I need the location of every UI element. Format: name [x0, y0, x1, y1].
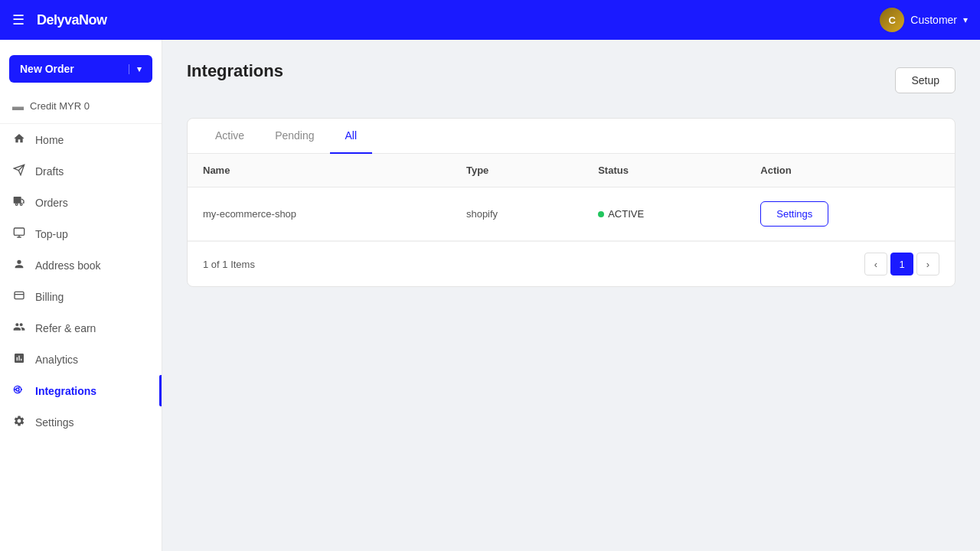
sidebar-item-label-orders: Orders — [35, 197, 68, 209]
analytics-icon — [12, 352, 26, 367]
home-icon — [12, 132, 26, 147]
sidebar-item-drafts[interactable]: Drafts — [0, 155, 162, 187]
sidebar-item-home[interactable]: Home — [0, 124, 162, 155]
integrations-table: NameTypeStatusAction my-ecommerce-shopsh… — [188, 154, 955, 241]
sidebar-item-refer-earn[interactable]: Refer & earn — [0, 312, 162, 344]
avatar: C — [880, 8, 904, 32]
tab-active[interactable]: Active — [200, 119, 260, 154]
sidebar-item-topup[interactable]: Top-up — [0, 218, 162, 249]
integration-name: my-ecommerce-shop — [188, 187, 451, 241]
credit-balance: Credit MYR 0 — [30, 100, 90, 112]
address-book-icon — [12, 258, 26, 272]
pagination-controls: ‹ 1 › — [864, 253, 939, 276]
sidebar-item-label-analytics: Analytics — [35, 354, 78, 366]
tab-pending[interactable]: Pending — [260, 119, 329, 154]
sidebar-item-label-billing: Billing — [35, 291, 64, 303]
sidebar-item-label-address-book: Address book — [35, 259, 101, 272]
top-navbar: ☰ DelyvaNow C Customer ▾ — [0, 0, 980, 40]
integration-settings-button[interactable]: Settings — [760, 201, 828, 227]
new-order-chevron-icon: ▾ — [129, 64, 142, 74]
credit-balance-row: ▬ Credit MYR 0 — [0, 95, 162, 124]
sidebar-item-label-refer-earn: Refer & earn — [35, 322, 96, 334]
sidebar-item-label-integrations: Integrations — [35, 385, 96, 397]
customer-name: Customer — [910, 14, 957, 26]
integrations-icon — [12, 383, 26, 398]
col-header-type: Type — [451, 154, 583, 187]
pagination-row: 1 of 1 Items ‹ 1 › — [188, 241, 955, 286]
refer-earn-icon — [12, 321, 26, 335]
integrations-card: ActivePendingAll NameTypeStatusAction my… — [187, 118, 956, 287]
setup-button[interactable]: Setup — [895, 67, 956, 93]
sidebar-item-label-settings: Settings — [35, 416, 74, 429]
sidebar-item-label-drafts: Drafts — [35, 165, 64, 178]
settings-icon — [12, 415, 26, 429]
integration-status: ACTIVE — [583, 187, 745, 241]
tab-all[interactable]: All — [330, 119, 373, 154]
sidebar: New Order ▾ ▬ Credit MYR 0 HomeDraftsOrd… — [0, 0, 162, 551]
sidebar-item-analytics[interactable]: Analytics — [0, 344, 162, 375]
pagination-page-1-button[interactable]: 1 — [890, 253, 913, 276]
hamburger-menu-icon[interactable]: ☰ — [12, 11, 24, 28]
main-content: Integrations Setup ActivePendingAll Name… — [162, 0, 980, 551]
svg-rect-1 — [14, 228, 24, 235]
col-header-action: Action — [745, 154, 955, 187]
sidebar-item-billing[interactable]: Billing — [0, 281, 162, 312]
col-header-name: Name — [188, 154, 451, 187]
integration-type: shopify — [451, 187, 583, 241]
new-order-label: New Order — [20, 63, 74, 75]
sidebar-item-orders[interactable]: Orders — [0, 187, 162, 218]
logo: DelyvaNow — [37, 12, 107, 28]
page-header: Integrations Setup — [187, 61, 956, 99]
chevron-down-icon[interactable]: ▾ — [963, 15, 968, 25]
sidebar-item-settings[interactable]: Settings — [0, 406, 162, 438]
sidebar-item-integrations[interactable]: Integrations — [0, 375, 162, 406]
topup-icon — [12, 227, 26, 241]
new-order-button[interactable]: New Order ▾ — [9, 55, 152, 83]
pagination-next-button[interactable]: › — [916, 253, 939, 276]
sidebar-item-address-book[interactable]: Address book — [0, 249, 162, 281]
table-row: my-ecommerce-shopshopifyACTIVESettings — [188, 187, 955, 241]
col-header-status: Status — [583, 154, 745, 187]
sidebar-item-label-topup: Top-up — [35, 228, 68, 240]
integration-action: Settings — [745, 187, 955, 241]
page-title: Integrations — [187, 61, 283, 81]
sidebar-item-label-home: Home — [35, 134, 64, 146]
svg-rect-2 — [15, 292, 24, 298]
billing-icon — [12, 289, 26, 304]
pagination-info: 1 of 1 Items — [203, 259, 255, 270]
orders-icon — [12, 195, 26, 210]
drafts-icon — [12, 164, 26, 178]
tabs-container: ActivePendingAll — [188, 119, 955, 154]
svg-point-3 — [16, 388, 19, 391]
credit-card-icon: ▬ — [12, 99, 24, 112]
pagination-prev-button[interactable]: ‹ — [864, 253, 887, 276]
svg-rect-0 — [14, 197, 21, 204]
status-label: ACTIVE — [608, 208, 644, 220]
status-dot — [598, 211, 604, 217]
